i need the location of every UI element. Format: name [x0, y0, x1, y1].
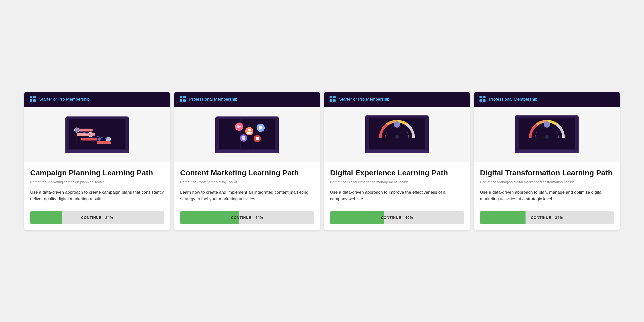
continue-button-campaign-planning[interactable]: CONTINUE - 24% [30, 211, 164, 224]
membership-label: Professional Membership [189, 97, 237, 102]
progress-fill-campaign-planning [30, 211, 62, 224]
card-header-content-marketing: Professional Membership [174, 92, 320, 107]
card-body-digital-experience: Digital Experience Learning Path Part of… [324, 162, 470, 206]
card-description-campaign-planning: Use a data-driven approach to create cam… [30, 189, 164, 202]
card-description-digital-experience: Use a data-driven approach to improve th… [330, 189, 464, 202]
card-digital-transformation: Professional Membership Digital Transfor… [474, 92, 620, 230]
svg-rect-1 [33, 96, 36, 98]
svg-rect-19 [77, 133, 95, 136]
svg-rect-3 [33, 99, 36, 102]
svg-rect-0 [30, 96, 32, 98]
svg-rect-45 [256, 137, 259, 140]
svg-rect-53 [365, 150, 429, 153]
svg-rect-51 [333, 99, 336, 102]
svg-point-67 [544, 121, 550, 128]
membership-label: Professional Membership [489, 97, 537, 102]
progress-label-content-marketing: CONTINUE - 44% [231, 216, 263, 220]
svg-rect-36 [247, 132, 252, 134]
svg-rect-58 [479, 96, 482, 98]
membership-label: Starter or Pro Membership [339, 97, 389, 102]
card-body-content-marketing: Content Marketing Learning Path Part of … [174, 162, 320, 206]
svg-rect-23 [180, 96, 182, 98]
card-footer-campaign-planning: CONTINUE - 24% [24, 206, 170, 230]
svg-rect-59 [483, 96, 486, 98]
svg-point-66 [545, 135, 549, 139]
grid-icon [179, 95, 186, 103]
card-digital-experience: Starter or Pro Membership Digital Experi… [324, 92, 470, 230]
card-content-marketing: Professional Membership [174, 92, 320, 230]
cards-container: Starter or Pro Membership 1 2 3 [5, 92, 639, 230]
progress-label-digital-transformation: CONTINUE - 34% [531, 216, 563, 220]
card-illustration-digital-transformation [474, 107, 620, 162]
card-footer-content-marketing: CONTINUE - 44% [174, 206, 320, 230]
svg-rect-41 [242, 136, 245, 140]
card-campaign-planning: Starter or Pro Membership 1 2 3 [24, 92, 170, 230]
card-header-digital-experience: Starter or Pro Membership [324, 92, 470, 107]
card-header-campaign-planning: Starter or Pro Membership [24, 92, 170, 107]
svg-rect-21 [97, 141, 111, 144]
progress-label-digital-experience: CONTINUE - 40% [381, 216, 413, 220]
svg-rect-49 [333, 96, 336, 98]
svg-point-35 [248, 129, 251, 131]
card-illustration-campaign-planning: 1 2 3 [24, 107, 170, 162]
progress-fill-content-marketing [180, 211, 239, 224]
card-title-campaign-planning: Campaign Planning Learning Path [30, 168, 164, 177]
card-title-content-marketing: Content Marketing Learning Path [180, 168, 314, 177]
svg-point-57 [394, 121, 400, 128]
membership-label: Starter or Pro Membership [39, 97, 90, 102]
svg-rect-48 [330, 96, 332, 98]
card-illustration-content-marketing [174, 107, 320, 162]
card-footer-digital-transformation: CONTINUE - 34% [474, 206, 620, 230]
card-footer-digital-experience: CONTINUE - 40% [324, 206, 470, 230]
card-subtitle-digital-transformation: Part of the Managing digital marketing t… [480, 180, 614, 185]
card-description-content-marketing: Learn how to create and implement an int… [180, 189, 314, 202]
continue-button-digital-experience[interactable]: CONTINUE - 40% [330, 211, 464, 224]
svg-rect-60 [479, 99, 482, 102]
progress-fill-digital-transformation [480, 211, 526, 224]
grid-icon [29, 95, 36, 103]
progress-fill-digital-experience [330, 211, 384, 224]
card-subtitle-content-marketing: Part of the Content marketing Toolkit [180, 180, 314, 185]
svg-rect-38 [259, 126, 262, 129]
card-description-digital-transformation: Use a data-driven approach to plan, mana… [480, 189, 614, 202]
card-subtitle-campaign-planning: Part of the Marketing campaign planning … [30, 180, 164, 185]
svg-rect-61 [483, 99, 486, 102]
grid-icon [329, 95, 336, 103]
svg-rect-28 [215, 150, 279, 153]
card-header-digital-transformation: Professional Membership [474, 92, 620, 107]
svg-point-56 [395, 135, 399, 139]
card-body-digital-transformation: Digital Transformation Learning Path Par… [474, 162, 620, 206]
svg-rect-26 [183, 99, 186, 102]
card-title-digital-experience: Digital Experience Learning Path [330, 168, 464, 177]
svg-rect-63 [515, 150, 579, 153]
svg-rect-5 [65, 150, 129, 153]
svg-rect-2 [30, 99, 32, 102]
card-subtitle-digital-experience: Part of the Digital experience managemen… [330, 180, 464, 185]
svg-rect-24 [183, 96, 186, 98]
continue-button-digital-transformation[interactable]: CONTINUE - 34% [480, 211, 614, 224]
grid-icon [479, 95, 486, 103]
card-title-digital-transformation: Digital Transformation Learning Path [480, 168, 614, 177]
card-body-campaign-planning: Campaign Planning Learning Path Part of … [24, 162, 170, 206]
svg-rect-18 [79, 129, 93, 131]
progress-label-campaign-planning: CONTINUE - 24% [81, 216, 113, 220]
svg-rect-25 [180, 99, 182, 102]
card-illustration-digital-experience [324, 107, 470, 162]
svg-text:3: 3 [108, 138, 109, 140]
continue-button-content-marketing[interactable]: CONTINUE - 44% [180, 211, 314, 224]
svg-rect-20 [81, 138, 97, 140]
svg-rect-50 [330, 99, 332, 102]
